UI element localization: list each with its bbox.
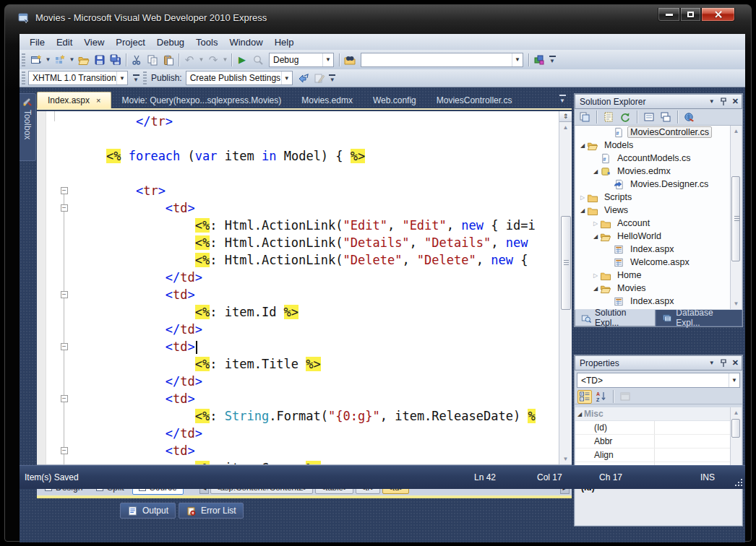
tree-item[interactable]: ◢Movies.edmx <box>575 165 742 178</box>
toolbar-grip[interactable] <box>143 72 147 84</box>
solution-configurations-combo[interactable]: Debug ▼ <box>269 53 334 67</box>
menu-help[interactable]: Help <box>269 35 300 49</box>
chevron-down-icon[interactable]: ▼ <box>729 373 739 387</box>
tab-solution-explorer[interactable]: Solution Expl... <box>575 310 656 326</box>
doc-tab[interactable]: Web.config <box>363 92 426 108</box>
fold-collapse-box[interactable]: – <box>61 204 68 212</box>
undo-button[interactable]: ↶ <box>181 52 197 68</box>
tree-item[interactable]: ◢Views <box>575 204 742 217</box>
selected-object-combo[interactable]: <TD> ▼ <box>577 373 740 388</box>
expanded-arrow-icon[interactable]: ◢ <box>578 142 587 149</box>
tab-database-explorer[interactable]: Database Expl... <box>656 310 742 326</box>
property-value[interactable] <box>655 448 742 462</box>
menu-tools[interactable]: Tools <box>190 35 223 49</box>
expanded-arrow-icon[interactable]: ◢ <box>578 207 587 214</box>
save-button[interactable] <box>92 52 108 68</box>
alphabetical-button[interactable] <box>594 390 609 404</box>
add-new-item-dropdown[interactable]: ▼ <box>68 56 76 63</box>
code-text[interactable]: </tr> <% foreach (var item in Model) { %… <box>77 113 559 464</box>
tree-item[interactable]: ◢Movies <box>575 282 742 295</box>
property-value[interactable] <box>655 435 742 448</box>
resize-grip[interactable] <box>733 477 743 487</box>
property-row[interactable]: Align <box>575 448 742 462</box>
doc-tab[interactable]: Index.aspx× <box>37 92 111 108</box>
collapsed-arrow-icon[interactable]: ▷ <box>578 194 587 201</box>
vertical-scrollbar-thumb[interactable] <box>561 216 571 310</box>
tree-scrollbar[interactable]: ▲ ▼ <box>730 126 742 309</box>
expanded-arrow-icon[interactable]: ◢ <box>591 285 600 292</box>
tree-item[interactable]: MoviesController.cs <box>575 126 742 139</box>
scroll-up-button[interactable]: ▲ <box>559 122 572 133</box>
menu-view[interactable]: View <box>78 35 110 49</box>
tab-list-dropdown[interactable]: ▼ <box>559 95 572 108</box>
view-class-diagram-button[interactable] <box>658 110 673 124</box>
paste-button[interactable] <box>160 52 176 68</box>
category-row[interactable]: ◢ Misc <box>575 407 742 421</box>
toolbar-grip[interactable] <box>22 72 25 84</box>
fold-collapse-box[interactable]: – <box>61 395 68 402</box>
collapsed-arrow-icon[interactable]: ▷ <box>591 272 600 279</box>
tab-close-icon[interactable]: × <box>96 96 100 105</box>
pin-icon[interactable] <box>720 359 727 368</box>
menu-edit[interactable]: Edit <box>51 35 78 49</box>
vertical-scrollbar[interactable]: ⇕ ▲ ▼ <box>559 111 572 464</box>
publish-profile-combo[interactable]: Create Publish Settings ▼ <box>186 71 293 85</box>
publish-button[interactable] <box>296 70 312 86</box>
save-all-button[interactable] <box>108 52 124 68</box>
chevron-down-icon[interactable]: ▼ <box>322 53 333 66</box>
pin-icon[interactable] <box>720 98 727 106</box>
minimize-button[interactable] <box>658 8 680 22</box>
undo-dropdown[interactable]: ▼ <box>197 56 205 63</box>
property-row[interactable]: Abbr <box>575 435 742 448</box>
fold-collapse-box[interactable]: – <box>61 447 68 454</box>
chevron-down-icon[interactable]: ▼ <box>116 72 127 84</box>
collapsed-arrow-icon[interactable]: ▷ <box>591 220 600 227</box>
menu-debug[interactable]: Debug <box>151 35 190 49</box>
cut-button[interactable] <box>129 52 145 68</box>
toolbar-overflow-button[interactable]: ▼ <box>327 74 338 82</box>
tab-error-list[interactable]: Error List <box>179 503 244 519</box>
redo-dropdown[interactable]: ▼ <box>221 56 229 63</box>
refresh-button[interactable] <box>618 110 632 124</box>
tree-item[interactable]: ▷Scripts <box>575 191 742 204</box>
doc-tab[interactable]: MoviesController.cs <box>426 92 523 108</box>
scroll-down-button[interactable]: ▼ <box>559 454 572 464</box>
add-new-item-button[interactable] <box>52 52 68 68</box>
properties-button[interactable] <box>577 110 592 124</box>
tree-item[interactable]: Index.aspx <box>575 295 742 308</box>
menu-window[interactable]: Window <box>223 35 268 49</box>
scroll-up-button[interactable]: ▲ <box>731 126 742 136</box>
collapse-all-button[interactable] <box>642 110 656 124</box>
target-schema-combo[interactable]: XHTML 1.0 Transition ▼ <box>28 71 128 85</box>
copy-button[interactable] <box>145 52 160 68</box>
tree-item[interactable]: Welcome.aspx <box>575 256 742 269</box>
properties-titlebar[interactable]: Properties ▼ ✕ <box>575 355 742 370</box>
solution-explorer-titlebar[interactable]: Solution Explorer ▼ ✕ <box>575 94 742 109</box>
title-bar[interactable]: Movies - Microsoft Visual Web Developer … <box>5 8 751 28</box>
open-file-button[interactable] <box>76 52 92 68</box>
tree-item[interactable]: ◢HelloWorld <box>575 230 742 243</box>
menu-project[interactable]: Project <box>110 35 150 49</box>
show-all-files-button[interactable] <box>601 110 616 124</box>
property-value[interactable] <box>655 421 742 434</box>
start-debugging-button[interactable]: ▶ <box>234 52 250 68</box>
tree-item[interactable]: ▷Account <box>575 217 742 230</box>
tree-item[interactable]: Index.aspx <box>575 243 742 256</box>
toolbox-tab[interactable]: Toolbox <box>20 93 36 161</box>
code-editor[interactable]: –––––– </tr> <% foreach (var item in Mod… <box>37 111 572 464</box>
toolbar-overflow-button[interactable]: ▼ <box>547 56 557 64</box>
window-position-menu-icon[interactable]: ▼ <box>709 98 715 105</box>
property-row[interactable]: (Id) <box>575 421 742 435</box>
menu-file[interactable]: File <box>24 35 51 49</box>
find-in-files-button[interactable] <box>342 52 358 68</box>
find-button[interactable] <box>250 52 266 68</box>
tree-scrollbar-thumb[interactable] <box>731 176 740 261</box>
close-icon[interactable]: ✕ <box>732 97 739 106</box>
redo-button[interactable]: ↷ <box>205 52 221 68</box>
doc-tab[interactable]: Movies.edmx <box>291 92 363 108</box>
tree-item[interactable]: Movies.Designer.cs <box>575 178 742 191</box>
aspnet-configuration-button[interactable] <box>682 110 697 124</box>
new-website-button[interactable] <box>28 52 44 68</box>
fold-collapse-box[interactable]: – <box>61 291 68 298</box>
expanded-arrow-icon[interactable]: ◢ <box>591 233 600 240</box>
